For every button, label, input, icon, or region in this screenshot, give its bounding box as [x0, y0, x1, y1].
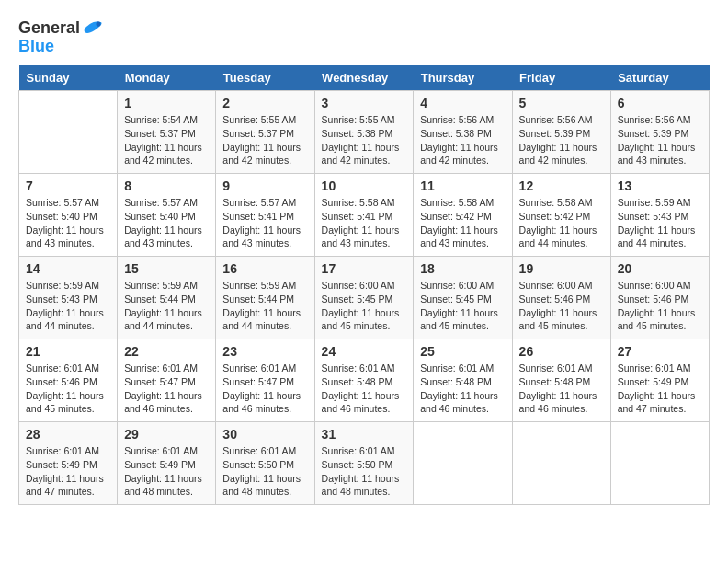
column-header-wednesday: Wednesday: [314, 65, 414, 91]
logo-container: General Blue: [18, 18, 102, 56]
day-number: 16: [222, 261, 307, 276]
day-number: 19: [519, 261, 604, 276]
day-cell: 28Sunrise: 6:01 AMSunset: 5:49 PMDayligh…: [19, 422, 118, 505]
day-cell: 15Sunrise: 5:59 AMSunset: 5:44 PMDayligh…: [118, 257, 216, 339]
day-info: Sunrise: 6:00 AMSunset: 5:46 PMDaylight:…: [618, 279, 702, 333]
day-cell: 31Sunrise: 6:01 AMSunset: 5:50 PMDayligh…: [314, 422, 414, 505]
day-number: 17: [322, 261, 407, 276]
day-cell: 3Sunrise: 5:55 AMSunset: 5:38 PMDaylight…: [314, 91, 414, 174]
day-number: 12: [519, 178, 604, 193]
day-cell: [610, 422, 709, 505]
day-number: 27: [618, 344, 702, 359]
column-header-monday: Monday: [118, 65, 216, 91]
day-number: 28: [26, 427, 110, 442]
day-info: Sunrise: 6:01 AMSunset: 5:47 PMDaylight:…: [124, 362, 209, 416]
column-header-sunday: Sunday: [19, 65, 118, 91]
day-number: 20: [618, 261, 702, 276]
column-header-friday: Friday: [512, 65, 610, 91]
day-number: 5: [519, 96, 604, 110]
day-cell: 13Sunrise: 5:59 AMSunset: 5:43 PMDayligh…: [610, 174, 709, 257]
day-cell: 5Sunrise: 5:56 AMSunset: 5:39 PMDaylight…: [512, 91, 610, 174]
day-number: 2: [222, 96, 307, 110]
day-cell: 21Sunrise: 6:01 AMSunset: 5:46 PMDayligh…: [19, 339, 118, 422]
logo-text-blue: Blue: [18, 37, 54, 57]
day-cell: 7Sunrise: 5:57 AMSunset: 5:40 PMDaylight…: [19, 174, 118, 257]
day-info: Sunrise: 5:55 AMSunset: 5:38 PMDaylight:…: [322, 113, 407, 167]
day-number: 14: [26, 261, 110, 276]
day-info: Sunrise: 5:56 AMSunset: 5:38 PMDaylight:…: [420, 113, 505, 167]
day-info: Sunrise: 6:01 AMSunset: 5:49 PMDaylight:…: [618, 362, 702, 416]
day-number: 26: [519, 344, 604, 359]
day-cell: 9Sunrise: 5:57 AMSunset: 5:41 PMDaylight…: [216, 174, 314, 257]
day-cell: 2Sunrise: 5:55 AMSunset: 5:37 PMDaylight…: [216, 91, 314, 174]
day-number: 31: [322, 427, 407, 442]
page-header: General Blue: [18, 18, 710, 56]
column-header-thursday: Thursday: [414, 65, 512, 91]
day-cell: 11Sunrise: 5:58 AMSunset: 5:42 PMDayligh…: [414, 174, 512, 257]
week-row-2: 7Sunrise: 5:57 AMSunset: 5:40 PMDaylight…: [19, 174, 710, 257]
day-info: Sunrise: 6:01 AMSunset: 5:49 PMDaylight:…: [124, 444, 209, 499]
day-number: 30: [222, 427, 307, 442]
week-row-1: 1Sunrise: 5:54 AMSunset: 5:37 PMDaylight…: [19, 91, 710, 174]
day-cell: 29Sunrise: 6:01 AMSunset: 5:49 PMDayligh…: [118, 422, 216, 505]
day-cell: 19Sunrise: 6:00 AMSunset: 5:46 PMDayligh…: [512, 257, 610, 339]
day-number: 8: [124, 178, 209, 193]
day-info: Sunrise: 5:59 AMSunset: 5:43 PMDaylight:…: [618, 196, 702, 250]
day-info: Sunrise: 6:01 AMSunset: 5:48 PMDaylight:…: [322, 362, 407, 416]
day-cell: 26Sunrise: 6:01 AMSunset: 5:48 PMDayligh…: [512, 339, 610, 422]
day-number: 1: [124, 96, 209, 110]
logo: General Blue: [18, 18, 102, 56]
day-cell: 22Sunrise: 6:01 AMSunset: 5:47 PMDayligh…: [118, 339, 216, 422]
day-number: 11: [420, 178, 505, 193]
day-info: Sunrise: 6:00 AMSunset: 5:45 PMDaylight:…: [420, 279, 505, 333]
day-info: Sunrise: 6:01 AMSunset: 5:47 PMDaylight:…: [222, 362, 307, 416]
day-cell: 23Sunrise: 6:01 AMSunset: 5:47 PMDayligh…: [216, 339, 314, 422]
day-info: Sunrise: 6:01 AMSunset: 5:49 PMDaylight:…: [26, 444, 110, 499]
day-cell: 4Sunrise: 5:56 AMSunset: 5:38 PMDaylight…: [414, 91, 512, 174]
day-number: 6: [618, 96, 702, 110]
day-number: 13: [618, 178, 702, 193]
day-cell: 14Sunrise: 5:59 AMSunset: 5:43 PMDayligh…: [19, 257, 118, 339]
day-info: Sunrise: 5:59 AMSunset: 5:44 PMDaylight:…: [222, 279, 307, 333]
day-info: Sunrise: 6:01 AMSunset: 5:46 PMDaylight:…: [26, 362, 110, 416]
day-number: 21: [26, 344, 110, 359]
day-info: Sunrise: 5:57 AMSunset: 5:41 PMDaylight:…: [222, 196, 307, 250]
day-info: Sunrise: 6:00 AMSunset: 5:46 PMDaylight:…: [519, 279, 604, 333]
week-row-4: 21Sunrise: 6:01 AMSunset: 5:46 PMDayligh…: [19, 339, 710, 422]
day-info: Sunrise: 5:57 AMSunset: 5:40 PMDaylight:…: [26, 196, 110, 250]
day-number: 9: [222, 178, 307, 193]
logo-bird-icon: [82, 20, 102, 37]
day-info: Sunrise: 5:59 AMSunset: 5:44 PMDaylight:…: [124, 279, 209, 333]
logo-text-general: General: [18, 18, 80, 39]
day-cell: 17Sunrise: 6:00 AMSunset: 5:45 PMDayligh…: [314, 257, 414, 339]
week-row-3: 14Sunrise: 5:59 AMSunset: 5:43 PMDayligh…: [19, 257, 710, 339]
day-info: Sunrise: 5:56 AMSunset: 5:39 PMDaylight:…: [618, 113, 702, 167]
day-cell: 24Sunrise: 6:01 AMSunset: 5:48 PMDayligh…: [314, 339, 414, 422]
day-number: 18: [420, 261, 505, 276]
day-cell: 1Sunrise: 5:54 AMSunset: 5:37 PMDaylight…: [118, 91, 216, 174]
day-info: Sunrise: 5:54 AMSunset: 5:37 PMDaylight:…: [124, 113, 209, 167]
header-row: SundayMondayTuesdayWednesdayThursdayFrid…: [19, 65, 710, 91]
day-cell: 6Sunrise: 5:56 AMSunset: 5:39 PMDaylight…: [610, 91, 709, 174]
day-info: Sunrise: 5:55 AMSunset: 5:37 PMDaylight:…: [222, 113, 307, 167]
day-cell: 20Sunrise: 6:00 AMSunset: 5:46 PMDayligh…: [610, 257, 709, 339]
day-info: Sunrise: 5:58 AMSunset: 5:42 PMDaylight:…: [519, 196, 604, 250]
day-number: 29: [124, 427, 209, 442]
column-header-tuesday: Tuesday: [216, 65, 314, 91]
day-number: 24: [322, 344, 407, 359]
day-info: Sunrise: 5:57 AMSunset: 5:40 PMDaylight:…: [124, 196, 209, 250]
day-info: Sunrise: 6:01 AMSunset: 5:48 PMDaylight:…: [420, 362, 505, 416]
day-cell: 18Sunrise: 6:00 AMSunset: 5:45 PMDayligh…: [414, 257, 512, 339]
day-cell: 16Sunrise: 5:59 AMSunset: 5:44 PMDayligh…: [216, 257, 314, 339]
week-row-5: 28Sunrise: 6:01 AMSunset: 5:49 PMDayligh…: [19, 422, 710, 505]
day-number: 4: [420, 96, 505, 110]
day-info: Sunrise: 5:58 AMSunset: 5:41 PMDaylight:…: [322, 196, 407, 250]
day-info: Sunrise: 6:00 AMSunset: 5:45 PMDaylight:…: [322, 279, 407, 333]
day-cell: 12Sunrise: 5:58 AMSunset: 5:42 PMDayligh…: [512, 174, 610, 257]
day-cell: 27Sunrise: 6:01 AMSunset: 5:49 PMDayligh…: [610, 339, 709, 422]
day-info: Sunrise: 6:01 AMSunset: 5:50 PMDaylight:…: [222, 444, 307, 499]
day-number: 25: [420, 344, 505, 359]
day-number: 10: [322, 178, 407, 193]
day-info: Sunrise: 5:56 AMSunset: 5:39 PMDaylight:…: [519, 113, 604, 167]
column-header-saturday: Saturday: [610, 65, 709, 91]
